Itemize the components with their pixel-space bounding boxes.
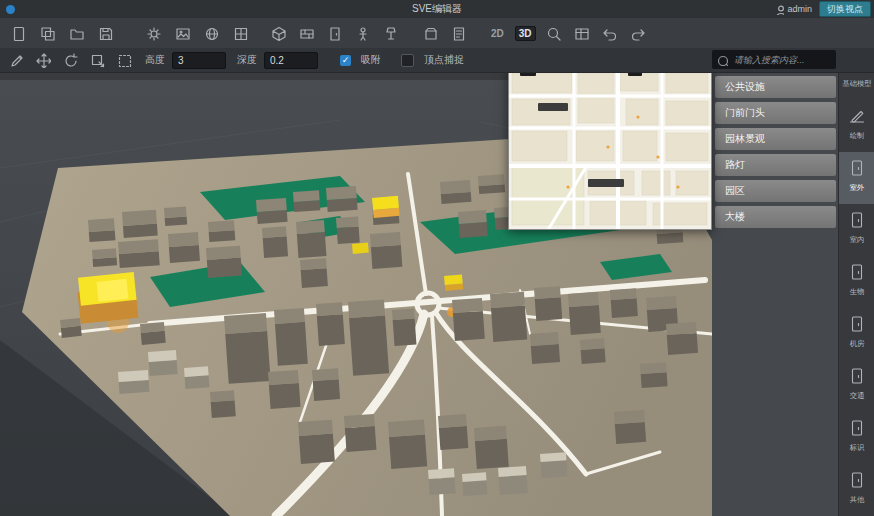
- category-draw[interactable]: 绘制: [839, 100, 874, 152]
- category-server-room-icon: [848, 315, 867, 334]
- wall-tool-button[interactable]: [296, 23, 316, 43]
- depth-label: 深度: [237, 53, 257, 67]
- highlight-building-large: [76, 272, 138, 324]
- category-signage[interactable]: 标识: [839, 412, 874, 464]
- lamp-tool-button[interactable]: [380, 23, 400, 43]
- category-traffic[interactable]: 交通: [839, 360, 874, 412]
- category-server-room[interactable]: 机房: [839, 308, 874, 360]
- move-icon: [36, 53, 51, 68]
- magnifier-icon: [546, 26, 561, 41]
- category-other-icon: [848, 471, 867, 490]
- asset-item-storefront[interactable]: 门前门头: [715, 102, 836, 124]
- globe-icon: [204, 26, 219, 41]
- copy-button[interactable]: [37, 23, 57, 43]
- save-button[interactable]: [95, 23, 115, 43]
- rotate-icon: [63, 53, 78, 68]
- category-indoor-icon: [848, 211, 867, 230]
- door-icon: [327, 26, 342, 41]
- marquee-select-button[interactable]: [114, 50, 134, 70]
- character-tool-button[interactable]: [352, 23, 372, 43]
- new-file-button[interactable]: [8, 23, 28, 43]
- panel-layout-button[interactable]: [572, 23, 592, 43]
- vertex-snap-checkbox[interactable]: [401, 54, 414, 67]
- note-tool-button[interactable]: [448, 23, 468, 43]
- search-input[interactable]: [732, 54, 836, 66]
- undo-icon: [602, 26, 617, 41]
- search-icon: [716, 54, 728, 66]
- asset-list-panel: 公共设施 门前门头 园林景观 路灯 园区 大楼: [712, 72, 838, 516]
- depth-input[interactable]: [264, 52, 318, 69]
- category-draw-icon: [848, 107, 867, 126]
- highlight-building-small-1: [372, 196, 400, 218]
- category-creature-icon: [848, 263, 867, 282]
- open-folder-button[interactable]: [66, 23, 86, 43]
- snapshot-button[interactable]: [172, 23, 192, 43]
- view-2d-button[interactable]: 2D: [488, 27, 507, 40]
- vertex-snap-label: 顶点捕捉: [424, 53, 464, 67]
- lamp-icon: [383, 26, 398, 41]
- pencil-icon: [9, 53, 24, 68]
- title-bar: SVE编辑器 admin 切换视点: [0, 0, 874, 18]
- door-tool-button[interactable]: [324, 23, 344, 43]
- move-button[interactable]: [33, 50, 53, 70]
- rotate-button[interactable]: [60, 50, 80, 70]
- category-outdoor[interactable]: 室外: [839, 152, 874, 204]
- asset-item-street-lamp[interactable]: 路灯: [715, 154, 836, 176]
- highlight-building-small-2: [444, 274, 463, 291]
- copy-icon: [40, 26, 55, 41]
- cube-icon: [271, 26, 286, 41]
- user-account[interactable]: admin: [773, 4, 812, 15]
- asset-item-campus[interactable]: 园区: [715, 180, 836, 202]
- open-folder-icon: [69, 26, 84, 41]
- zoom-button[interactable]: [544, 23, 564, 43]
- save-icon: [98, 26, 113, 41]
- category-outdoor-icon: [848, 159, 867, 178]
- redo-icon: [630, 26, 645, 41]
- height-input[interactable]: [172, 52, 226, 69]
- category-creature[interactable]: 生物: [839, 256, 874, 308]
- minimap-overlay[interactable]: [508, 67, 712, 230]
- box-icon: [423, 26, 438, 41]
- person-icon: [355, 26, 370, 41]
- username: admin: [787, 4, 812, 14]
- marquee-icon: [117, 53, 132, 68]
- layout-icon: [574, 26, 589, 41]
- category-other[interactable]: 其他: [839, 464, 874, 516]
- search-box: [712, 50, 836, 69]
- grid-icon: [233, 26, 248, 41]
- note-icon: [451, 26, 466, 41]
- select-box-button[interactable]: [87, 50, 107, 70]
- globe-button[interactable]: [201, 23, 221, 43]
- asset-item-landscape[interactable]: 园林景观: [715, 128, 836, 150]
- switch-viewpoint-button[interactable]: 切换视点: [819, 1, 871, 17]
- height-label: 高度: [145, 53, 165, 67]
- main-toolbar: 2D 3D: [0, 18, 874, 49]
- settings-button[interactable]: [143, 23, 163, 43]
- image-icon: [175, 26, 190, 41]
- category-traffic-icon: [848, 367, 867, 386]
- view-3d-button[interactable]: 3D: [515, 26, 536, 41]
- undo-button[interactable]: [600, 23, 620, 43]
- snap-label: 吸附: [361, 53, 381, 67]
- new-file-icon: [11, 26, 26, 41]
- app-title: SVE编辑器: [0, 2, 874, 16]
- category-strip: 基础模型 绘制 室外 室内 生物 机房 交通 标识 其他: [838, 48, 874, 516]
- category-indoor[interactable]: 室内: [839, 204, 874, 256]
- asset-item-public-facilities[interactable]: 公共设施: [715, 76, 836, 98]
- redo-button[interactable]: [628, 23, 648, 43]
- snap-checkbox[interactable]: ✓: [340, 55, 351, 66]
- user-icon: [773, 4, 784, 15]
- draw-pen-button[interactable]: [6, 50, 26, 70]
- category-signage-icon: [848, 419, 867, 438]
- gear-icon: [146, 26, 161, 41]
- box-tool-button[interactable]: [420, 23, 440, 43]
- wall-icon: [299, 26, 314, 41]
- asset-item-building[interactable]: 大楼: [715, 206, 836, 228]
- select-box-icon: [90, 53, 105, 68]
- cube-tool-button[interactable]: [268, 23, 288, 43]
- grid-view-button[interactable]: [230, 23, 250, 43]
